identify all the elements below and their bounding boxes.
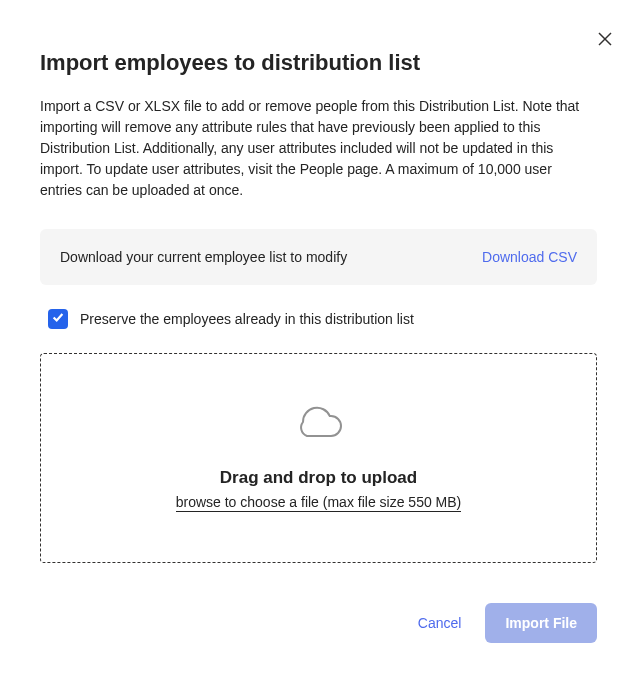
dialog-description: Import a CSV or XLSX file to add or remo… [40, 96, 597, 201]
preserve-checkbox-label: Preserve the employees already in this d… [80, 311, 414, 327]
download-box: Download your current employee list to m… [40, 229, 597, 285]
import-dialog: Import employees to distribution list Im… [0, 0, 637, 675]
cloud-upload-icon [295, 404, 343, 448]
browse-file-link[interactable]: browse to choose a file (max file size 5… [176, 494, 462, 512]
check-icon [51, 310, 65, 328]
close-button[interactable] [593, 28, 617, 52]
preserve-checkbox[interactable] [48, 309, 68, 329]
preserve-checkbox-row: Preserve the employees already in this d… [40, 309, 597, 329]
dropzone-title: Drag and drop to upload [220, 468, 417, 488]
close-icon [597, 31, 613, 50]
import-file-button[interactable]: Import File [485, 603, 597, 643]
download-csv-link[interactable]: Download CSV [482, 249, 577, 265]
cancel-button[interactable]: Cancel [414, 607, 466, 639]
download-text: Download your current employee list to m… [60, 249, 347, 265]
dialog-footer: Cancel Import File [40, 603, 597, 643]
dialog-title: Import employees to distribution list [40, 50, 597, 76]
file-dropzone[interactable]: Drag and drop to upload browse to choose… [40, 353, 597, 563]
